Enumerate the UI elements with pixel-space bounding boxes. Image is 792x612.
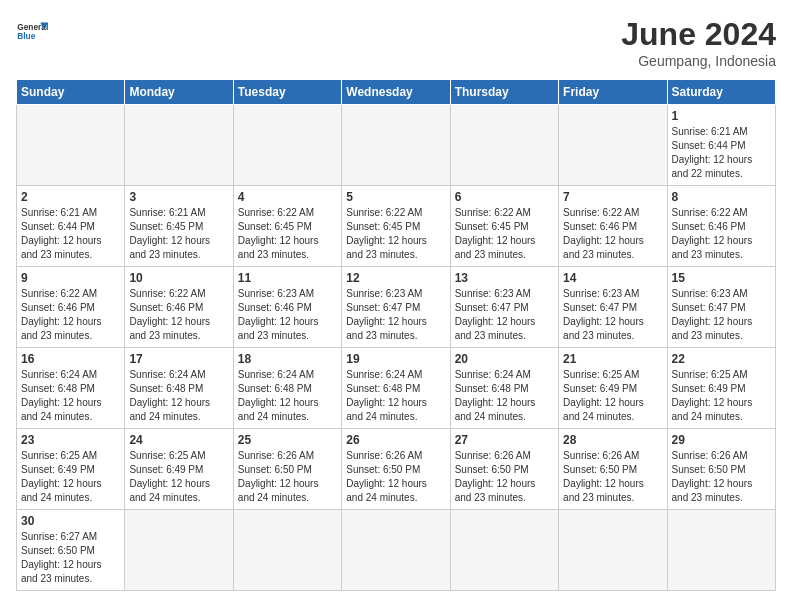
day-4: 4 Sunrise: 6:22 AMSunset: 6:45 PMDayligh…: [233, 186, 341, 267]
header-wednesday: Wednesday: [342, 80, 450, 105]
week-3-row: 9 Sunrise: 6:22 AMSunset: 6:46 PMDayligh…: [17, 267, 776, 348]
day-16: 16 Sunrise: 6:24 AMSunset: 6:48 PMDaylig…: [17, 348, 125, 429]
empty-cell: [342, 510, 450, 591]
day-2: 2 Sunrise: 6:21 AMSunset: 6:44 PMDayligh…: [17, 186, 125, 267]
empty-cell: [667, 510, 775, 591]
day-23: 23 Sunrise: 6:25 AMSunset: 6:49 PMDaylig…: [17, 429, 125, 510]
weekday-header-row: Sunday Monday Tuesday Wednesday Thursday…: [17, 80, 776, 105]
day-9: 9 Sunrise: 6:22 AMSunset: 6:46 PMDayligh…: [17, 267, 125, 348]
day-24: 24 Sunrise: 6:25 AMSunset: 6:49 PMDaylig…: [125, 429, 233, 510]
day-6: 6 Sunrise: 6:22 AMSunset: 6:45 PMDayligh…: [450, 186, 558, 267]
day-18: 18 Sunrise: 6:24 AMSunset: 6:48 PMDaylig…: [233, 348, 341, 429]
day-10: 10 Sunrise: 6:22 AMSunset: 6:46 PMDaylig…: [125, 267, 233, 348]
day-27: 27 Sunrise: 6:26 AMSunset: 6:50 PMDaylig…: [450, 429, 558, 510]
svg-text:Blue: Blue: [17, 31, 35, 41]
empty-cell: [125, 105, 233, 186]
day-17: 17 Sunrise: 6:24 AMSunset: 6:48 PMDaylig…: [125, 348, 233, 429]
calendar-table: Sunday Monday Tuesday Wednesday Thursday…: [16, 79, 776, 591]
header-thursday: Thursday: [450, 80, 558, 105]
empty-cell: [17, 105, 125, 186]
logo-icon: General Blue: [16, 16, 48, 48]
empty-cell: [342, 105, 450, 186]
day-14: 14 Sunrise: 6:23 AMSunset: 6:47 PMDaylig…: [559, 267, 667, 348]
empty-cell: [450, 105, 558, 186]
day-5: 5 Sunrise: 6:22 AMSunset: 6:45 PMDayligh…: [342, 186, 450, 267]
week-5-row: 23 Sunrise: 6:25 AMSunset: 6:49 PMDaylig…: [17, 429, 776, 510]
day-1: 1 Sunrise: 6:21 AM Sunset: 6:44 PM Dayli…: [667, 105, 775, 186]
day-26: 26 Sunrise: 6:26 AMSunset: 6:50 PMDaylig…: [342, 429, 450, 510]
header-saturday: Saturday: [667, 80, 775, 105]
header-tuesday: Tuesday: [233, 80, 341, 105]
day-19: 19 Sunrise: 6:24 AMSunset: 6:48 PMDaylig…: [342, 348, 450, 429]
day-20: 20 Sunrise: 6:24 AMSunset: 6:48 PMDaylig…: [450, 348, 558, 429]
empty-cell: [233, 510, 341, 591]
header-friday: Friday: [559, 80, 667, 105]
week-2-row: 2 Sunrise: 6:21 AMSunset: 6:44 PMDayligh…: [17, 186, 776, 267]
empty-cell: [559, 510, 667, 591]
page-header: General Blue June 2024 Geumpang, Indones…: [16, 16, 776, 69]
title-area: June 2024 Geumpang, Indonesia: [621, 16, 776, 69]
week-1-row: 1 Sunrise: 6:21 AM Sunset: 6:44 PM Dayli…: [17, 105, 776, 186]
empty-cell: [125, 510, 233, 591]
day-3: 3 Sunrise: 6:21 AMSunset: 6:45 PMDayligh…: [125, 186, 233, 267]
header-monday: Monday: [125, 80, 233, 105]
logo: General Blue: [16, 16, 48, 48]
week-4-row: 16 Sunrise: 6:24 AMSunset: 6:48 PMDaylig…: [17, 348, 776, 429]
location-subtitle: Geumpang, Indonesia: [621, 53, 776, 69]
day-12: 12 Sunrise: 6:23 AMSunset: 6:47 PMDaylig…: [342, 267, 450, 348]
week-6-row: 30 Sunrise: 6:27 AMSunset: 6:50 PMDaylig…: [17, 510, 776, 591]
day-28: 28 Sunrise: 6:26 AMSunset: 6:50 PMDaylig…: [559, 429, 667, 510]
day-21: 21 Sunrise: 6:25 AMSunset: 6:49 PMDaylig…: [559, 348, 667, 429]
day-30: 30 Sunrise: 6:27 AMSunset: 6:50 PMDaylig…: [17, 510, 125, 591]
header-sunday: Sunday: [17, 80, 125, 105]
day-25: 25 Sunrise: 6:26 AMSunset: 6:50 PMDaylig…: [233, 429, 341, 510]
day-8: 8 Sunrise: 6:22 AMSunset: 6:46 PMDayligh…: [667, 186, 775, 267]
day-15: 15 Sunrise: 6:23 AMSunset: 6:47 PMDaylig…: [667, 267, 775, 348]
day-11: 11 Sunrise: 6:23 AMSunset: 6:46 PMDaylig…: [233, 267, 341, 348]
day-13: 13 Sunrise: 6:23 AMSunset: 6:47 PMDaylig…: [450, 267, 558, 348]
empty-cell: [559, 105, 667, 186]
empty-cell: [233, 105, 341, 186]
day-29: 29 Sunrise: 6:26 AMSunset: 6:50 PMDaylig…: [667, 429, 775, 510]
day-22: 22 Sunrise: 6:25 AMSunset: 6:49 PMDaylig…: [667, 348, 775, 429]
month-year-title: June 2024: [621, 16, 776, 53]
day-7: 7 Sunrise: 6:22 AMSunset: 6:46 PMDayligh…: [559, 186, 667, 267]
empty-cell: [450, 510, 558, 591]
